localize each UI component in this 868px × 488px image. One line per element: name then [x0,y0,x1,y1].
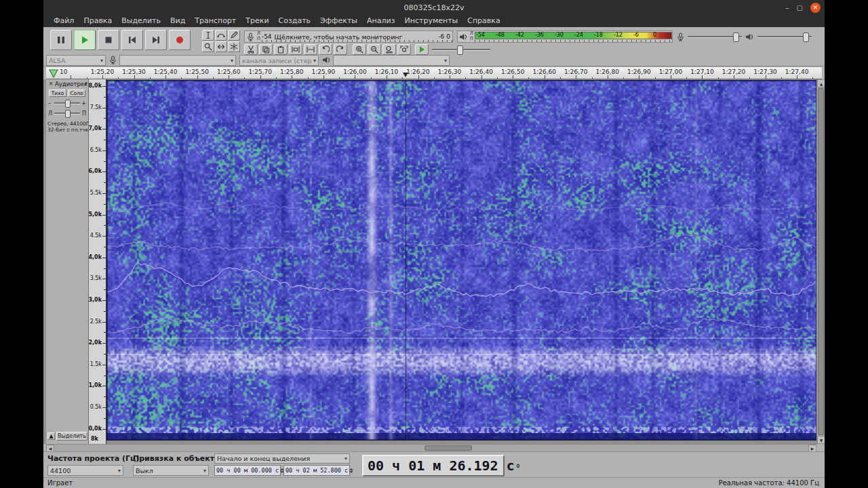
project-rate-select[interactable]: 44100▾ [47,465,123,476]
maximize-button[interactable]: ▢ [797,4,803,12]
recording-meter[interactable]: Л П -54 Щёлкните, чтобы начать мониторин… [244,30,453,43]
play-speed-slider[interactable] [431,45,491,54]
vertical-scrollbar[interactable]: ▲ ▼ [816,79,825,444]
selection-mode-select[interactable]: Начало и конец выделения▾ [214,453,350,464]
menu-item-Треки[interactable]: Треки [241,15,273,27]
recording-volume-thumb[interactable] [733,33,739,42]
play-channel-right: П [470,37,473,42]
timeline-ruler[interactable]: 101:25,201:25,301:25,401:25,501:25,601:2… [46,66,822,79]
track-close-button[interactable]: × [47,81,54,87]
copy-button[interactable] [259,44,273,55]
close-button[interactable]: ✕ [810,3,821,13]
play-at-speed-button[interactable] [415,44,429,55]
skip-to-start-button[interactable] [121,30,143,50]
multi-tool-icon [230,43,238,51]
selection-tool-button[interactable] [202,30,214,41]
edit-toolbar [244,44,347,55]
zoom-tool-button[interactable] [202,41,214,52]
minimize-button[interactable]: – [786,4,789,12]
zoom-fit-button[interactable] [397,44,411,55]
selection-end-field[interactable]: 00 ч 02 м 52.800 с [283,465,350,476]
trim-icon [292,45,300,54]
freq-label: 7.5k [90,104,102,110]
freq-ruler[interactable]: 8,0k7.5k7,0k6.5k6,0k5.5k5,0k4.5k4,0k3.5k… [89,79,106,444]
selection-tool-icon [204,31,212,39]
menu-item-Создать[interactable]: Создать [274,15,316,27]
zoom-selection-button[interactable] [382,44,396,55]
timeshift-tool-button[interactable] [215,41,227,52]
close-icon: ✕ [813,5,818,11]
horizontal-scrollbar[interactable]: ◀ ▶ [46,444,816,451]
track-control-panel[interactable]: × Аудиотрек ▾ Тихо Соло – + Л П Стерео, … [46,79,89,444]
menu-item-Правка[interactable]: Правка [79,15,117,27]
gain-slider[interactable] [54,99,81,107]
mute-button[interactable]: Тихо [49,89,66,97]
menu-item-Анализ[interactable]: Анализ [362,15,400,27]
pinned-play-indicator-icon[interactable] [49,69,58,78]
spinner-icons[interactable] [515,464,520,468]
menu-item-Инструменты[interactable]: Инструменты [400,15,463,27]
pan-right-label: П [82,110,86,117]
menu-item-Выделить[interactable]: Выделить [117,15,165,27]
timeline-label: 1:27,30 [753,68,777,75]
record-button[interactable] [169,30,191,50]
cut-button[interactable] [244,44,258,55]
trim-outside-button[interactable] [289,44,302,55]
audio-position-display[interactable]: 00 ч 01 м 26.192 с [362,455,505,476]
menu-item-Эффекты[interactable]: Эффекты [315,15,362,27]
track-collapse-button[interactable]: ▲ [47,432,55,440]
paste-button[interactable] [274,44,288,55]
selection-start-field[interactable]: 00 ч 00 м 00.000 с [214,465,281,476]
playback-meter[interactable]: Л П -54-48-42-36-30-24-18-12-60 [457,30,673,43]
playback-volume-slider[interactable] [757,32,812,41]
scroll-up-icon[interactable]: ▲ [817,79,825,87]
play-button[interactable] [74,30,96,50]
undo-button[interactable] [319,44,332,55]
meter-scale-label: -48 [496,32,505,38]
record-meter-message: Щёлкните, чтобы начать мониторинг [272,33,439,41]
audio-host-select[interactable]: ALSA▾ [46,55,106,66]
skip-to-end-button[interactable] [145,30,167,50]
gain-thumb[interactable] [65,100,71,108]
spectrogram-canvas[interactable] [107,81,816,440]
pan-slider[interactable] [54,109,81,117]
pan-thumb[interactable] [65,110,71,118]
track-menu-chevron-icon[interactable]: ▾ [85,81,87,86]
recording-device-icon [109,56,117,64]
record-channel-right: П [257,37,260,42]
track-title[interactable]: Аудиотрек [55,81,87,87]
zoom-in-button[interactable] [353,44,366,55]
playback-device-select[interactable]: ▾ [333,55,450,66]
pause-button[interactable] [50,30,72,50]
redo-button[interactable] [334,44,347,55]
menu-item-Транспорт[interactable]: Транспорт [190,15,241,27]
recording-device-select[interactable]: ▾ [119,55,236,66]
vertical-scroll-thumb[interactable] [818,88,824,435]
zoom-out-button[interactable] [368,44,381,55]
play-speed-thumb[interactable] [457,45,463,55]
title-bar[interactable]: 080325c18x22v – ▢ ✕ [43,0,825,15]
track-select-button[interactable]: Выделить [56,432,87,441]
menu-item-Вид[interactable]: Вид [165,15,190,27]
recording-channels-select[interactable]: канала записи (стерео)▾ [239,55,319,66]
menu-item-Справка[interactable]: Справка [462,15,505,27]
horizontal-scroll-thumb[interactable] [425,445,472,451]
envelope-tool-button[interactable] [215,30,227,41]
draw-tool-button[interactable] [228,30,240,41]
recording-volume-slider[interactable] [687,32,743,41]
spinner-icons[interactable] [348,468,353,473]
scroll-down-icon[interactable]: ▼ [817,436,825,444]
playback-volume-thumb[interactable] [803,33,809,42]
silence-button[interactable] [304,44,317,55]
menu-item-Файл[interactable]: Файл [49,15,79,27]
chevron-down-icon: ▾ [100,58,103,64]
snap-to-select[interactable]: Выкл▾ [133,465,209,476]
skip-start-icon [127,35,138,45]
stop-button[interactable] [98,30,119,50]
multi-tool-button[interactable] [228,41,240,52]
transport-toolbar [50,30,191,50]
solo-button[interactable]: Соло [68,89,85,97]
play-icon [79,35,90,45]
copy-icon [262,45,270,54]
track-area: × Аудиотрек ▾ Тихо Соло – + Л П Стерео, … [43,79,825,444]
